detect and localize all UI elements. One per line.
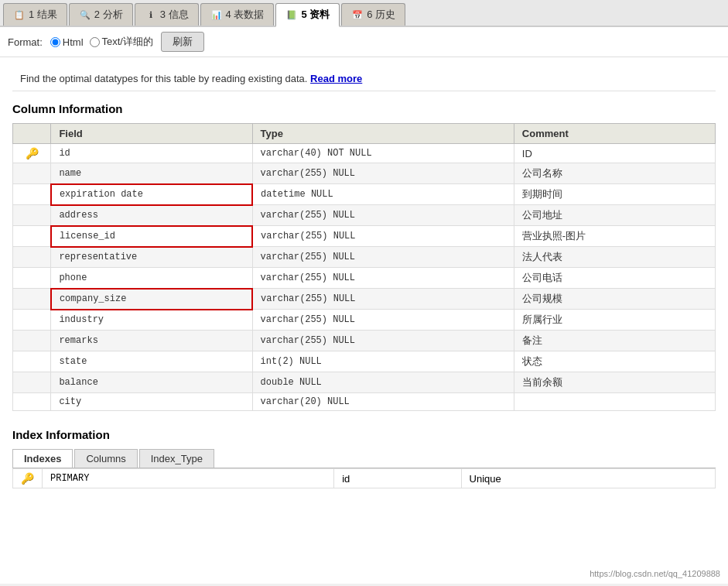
index-table-row: 🔑 PRIMARY id Unique — [13, 469, 716, 488]
row-key-icon — [13, 247, 51, 268]
column-table-header-row: Field Type Comment — [13, 124, 716, 144]
index-tabs: Indexes Columns Index_Type — [12, 449, 716, 468]
column-table: Field Type Comment 🔑idvarchar(40) NOT NU… — [12, 123, 716, 411]
row-comment: 公司规模 — [514, 289, 715, 310]
table-row: namevarchar(255) NULL公司名称 — [13, 163, 716, 184]
info-bar: Find the optimal datatypes for this tabl… — [12, 67, 716, 91]
tab-tabledata-icon: 📊 — [210, 9, 223, 21]
tab-results-label: 1 结果 — [29, 8, 57, 22]
table-row: representativevarchar(255) NULL法人代表 — [13, 247, 716, 268]
row-field: phone — [51, 268, 252, 289]
row-type: varchar(255) NULL — [252, 310, 514, 331]
row-field: license_id — [51, 226, 252, 247]
col-header-type: Type — [252, 124, 514, 144]
row-key-icon — [13, 289, 51, 310]
key-icon: 🔑 — [26, 147, 39, 159]
col-header-field: Field — [51, 124, 252, 144]
row-type: varchar(255) NULL — [252, 163, 514, 184]
tab-resource[interactable]: 📗 5 资料 — [275, 3, 340, 27]
row-comment — [514, 393, 715, 411]
row-key-icon — [13, 351, 51, 372]
index-section-heading: Index Information — [12, 428, 716, 441]
row-comment: 当前余额 — [514, 372, 715, 393]
row-field: address — [51, 205, 252, 226]
tab-resource-label: 5 资料 — [301, 8, 330, 22]
row-key-icon — [13, 226, 51, 247]
table-row: industryvarchar(255) NULL所属行业 — [13, 310, 716, 331]
tab-info-label: 3 信息 — [160, 8, 189, 22]
table-row: balancedouble NULL当前余额 — [13, 372, 716, 393]
row-field: state — [51, 351, 252, 372]
row-field: expiration date — [51, 184, 252, 205]
row-type: datetime NULL — [252, 184, 514, 205]
row-comment: 到期时间 — [514, 184, 715, 205]
row-field: industry — [51, 310, 252, 331]
index-row-icon: 🔑 — [13, 469, 43, 488]
format-label: Format: — [8, 36, 43, 48]
table-row: remarksvarchar(255) NULL备注 — [13, 331, 716, 351]
index-tab-indextype[interactable]: Index_Type — [139, 449, 214, 468]
tab-history[interactable]: 📅 6 历史 — [341, 3, 405, 26]
row-comment: 所属行业 — [514, 310, 715, 331]
row-field: city — [51, 393, 252, 411]
format-radio-group: Html Text/详细的 — [50, 35, 153, 49]
refresh-button[interactable]: 刷新 — [161, 32, 204, 52]
table-row: company_sizevarchar(255) NULL公司规模 — [13, 289, 716, 310]
html-radio[interactable] — [50, 37, 60, 47]
text-radio[interactable] — [90, 37, 100, 47]
tab-history-icon: 📅 — [351, 9, 364, 21]
column-section-heading: Column Information — [12, 102, 716, 115]
read-more-link[interactable]: Read more — [310, 73, 362, 84]
row-key-icon — [13, 163, 51, 184]
tab-info-icon: ℹ — [145, 9, 157, 21]
row-type: varchar(255) NULL — [252, 226, 514, 247]
row-comment: 公司电话 — [514, 268, 715, 289]
table-row: addressvarchar(255) NULL公司地址 — [13, 205, 716, 226]
row-key-icon: 🔑 — [13, 144, 51, 163]
tab-bar: 📋 1 结果 🔍 2 分析 ℹ 3 信息 📊 4 表数据 📗 5 资料 📅 6 … — [0, 0, 728, 27]
row-type: varchar(40) NOT NULL — [252, 144, 514, 163]
row-comment: ID — [514, 144, 715, 163]
row-field: representative — [51, 247, 252, 268]
tab-results[interactable]: 📋 1 结果 — [3, 3, 67, 26]
tab-resource-icon: 📗 — [285, 9, 298, 21]
row-comment: 公司地址 — [514, 205, 715, 226]
html-radio-label: Html — [63, 36, 84, 48]
key-icon: 🔑 — [21, 472, 34, 485]
col-header-comment: Comment — [514, 124, 715, 144]
row-key-icon — [13, 268, 51, 289]
tab-tabledata[interactable]: 📊 4 表数据 — [200, 3, 275, 26]
row-type: varchar(255) NULL — [252, 247, 514, 268]
watermark: https://blog.csdn.net/qq_41209888 — [590, 569, 720, 578]
index-tab-indexes[interactable]: Indexes — [12, 449, 73, 468]
row-key-icon — [13, 372, 51, 393]
row-field: id — [51, 144, 252, 163]
row-key-icon — [13, 331, 51, 351]
row-key-icon — [13, 393, 51, 411]
table-row: expiration datedatetime NULL到期时间 — [13, 184, 716, 205]
main-content: Find the optimal datatypes for this tabl… — [0, 57, 728, 584]
row-type: double NULL — [252, 372, 514, 393]
index-table: 🔑 PRIMARY id Unique — [12, 468, 716, 488]
row-comment: 法人代表 — [514, 247, 715, 268]
tab-analysis-icon: 🔍 — [79, 9, 91, 21]
tab-info[interactable]: ℹ 3 信息 — [135, 3, 199, 26]
text-radio-item[interactable]: Text/详细的 — [90, 35, 153, 49]
row-type: varchar(255) NULL — [252, 205, 514, 226]
row-key-icon — [13, 184, 51, 205]
table-row: phonevarchar(255) NULL公司电话 — [13, 268, 716, 289]
row-field: remarks — [51, 331, 252, 351]
html-radio-item[interactable]: Html — [50, 36, 84, 48]
row-comment: 公司名称 — [514, 163, 715, 184]
index-row-type: Unique — [461, 469, 715, 488]
tab-analysis[interactable]: 🔍 2 分析 — [69, 3, 133, 26]
row-field: balance — [51, 372, 252, 393]
index-row-columns: id — [334, 469, 461, 488]
row-key-icon — [13, 310, 51, 331]
index-tab-columns[interactable]: Columns — [74, 449, 137, 468]
toolbar: Format: Html Text/详细的 刷新 — [0, 27, 728, 57]
tab-history-label: 6 历史 — [367, 8, 395, 22]
tab-analysis-label: 2 分析 — [94, 8, 123, 22]
text-radio-label: Text/详细的 — [102, 35, 153, 49]
table-row: cityvarchar(20) NULL — [13, 393, 716, 411]
